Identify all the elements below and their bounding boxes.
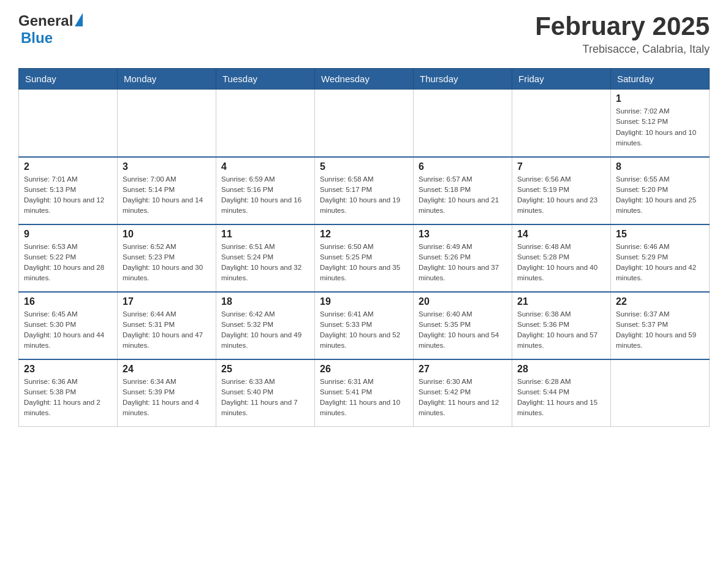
day-number: 21 [517, 296, 605, 307]
day-info: Sunrise: 6:34 AM Sunset: 5:39 PM Dayligh… [123, 377, 211, 419]
day-number: 7 [517, 161, 605, 172]
logo-general-text: General [18, 12, 73, 29]
day-info: Sunrise: 6:55 AM Sunset: 5:20 PM Dayligh… [616, 174, 704, 216]
day-info: Sunrise: 6:46 AM Sunset: 5:29 PM Dayligh… [616, 242, 704, 284]
calendar-cell: 16Sunrise: 6:45 AM Sunset: 5:30 PM Dayli… [19, 292, 118, 359]
calendar-cell [414, 90, 512, 157]
day-info: Sunrise: 6:53 AM Sunset: 5:22 PM Dayligh… [24, 242, 112, 284]
calendar-cell [512, 90, 611, 157]
calendar-cell: 9Sunrise: 6:53 AM Sunset: 5:22 PM Daylig… [19, 224, 118, 292]
calendar-cell: 22Sunrise: 6:37 AM Sunset: 5:37 PM Dayli… [611, 292, 710, 359]
day-number: 24 [123, 364, 211, 375]
calendar-cell: 6Sunrise: 6:57 AM Sunset: 5:18 PM Daylig… [414, 157, 512, 224]
calendar-cell: 4Sunrise: 6:59 AM Sunset: 5:16 PM Daylig… [216, 157, 315, 224]
calendar-cell: 20Sunrise: 6:40 AM Sunset: 5:35 PM Dayli… [414, 292, 512, 359]
calendar-cell: 2Sunrise: 7:01 AM Sunset: 5:13 PM Daylig… [19, 157, 118, 224]
day-info: Sunrise: 6:41 AM Sunset: 5:33 PM Dayligh… [320, 309, 408, 351]
calendar-subtitle: Trebisacce, Calabria, Italy [535, 43, 710, 56]
day-info: Sunrise: 6:48 AM Sunset: 5:28 PM Dayligh… [517, 242, 605, 284]
column-header-saturday: Saturday [611, 69, 710, 90]
calendar-week-row: 9Sunrise: 6:53 AM Sunset: 5:22 PM Daylig… [19, 224, 710, 292]
column-header-wednesday: Wednesday [315, 69, 414, 90]
day-number: 12 [320, 229, 408, 240]
day-info: Sunrise: 6:33 AM Sunset: 5:40 PM Dayligh… [221, 377, 309, 419]
page-header: General Blue February 2025 Trebisacce, C… [18, 12, 710, 56]
calendar-cell: 15Sunrise: 6:46 AM Sunset: 5:29 PM Dayli… [611, 224, 710, 292]
calendar-cell: 11Sunrise: 6:51 AM Sunset: 5:24 PM Dayli… [216, 224, 315, 292]
day-number: 6 [419, 161, 507, 172]
calendar-cell: 19Sunrise: 6:41 AM Sunset: 5:33 PM Dayli… [315, 292, 414, 359]
logo: General Blue [18, 12, 83, 47]
column-header-friday: Friday [512, 69, 611, 90]
calendar-cell: 23Sunrise: 6:36 AM Sunset: 5:38 PM Dayli… [19, 359, 118, 427]
calendar-title: February 2025 [535, 12, 710, 40]
day-number: 16 [24, 296, 112, 307]
calendar-cell: 12Sunrise: 6:50 AM Sunset: 5:25 PM Dayli… [315, 224, 414, 292]
day-number: 10 [123, 229, 211, 240]
calendar-week-row: 16Sunrise: 6:45 AM Sunset: 5:30 PM Dayli… [19, 292, 710, 359]
day-info: Sunrise: 6:28 AM Sunset: 5:44 PM Dayligh… [517, 377, 605, 419]
day-info: Sunrise: 6:38 AM Sunset: 5:36 PM Dayligh… [517, 309, 605, 351]
day-info: Sunrise: 6:30 AM Sunset: 5:42 PM Dayligh… [419, 377, 507, 419]
calendar-cell: 1Sunrise: 7:02 AM Sunset: 5:12 PM Daylig… [611, 90, 710, 157]
column-header-sunday: Sunday [19, 69, 118, 90]
day-number: 17 [123, 296, 211, 307]
day-number: 22 [616, 296, 704, 307]
day-info: Sunrise: 7:02 AM Sunset: 5:12 PM Dayligh… [616, 106, 704, 148]
calendar-week-row: 23Sunrise: 6:36 AM Sunset: 5:38 PM Dayli… [19, 359, 710, 427]
column-header-monday: Monday [118, 69, 216, 90]
column-header-tuesday: Tuesday [216, 69, 315, 90]
calendar-cell: 25Sunrise: 6:33 AM Sunset: 5:40 PM Dayli… [216, 359, 315, 427]
day-number: 14 [517, 229, 605, 240]
day-number: 15 [616, 229, 704, 240]
day-number: 5 [320, 161, 408, 172]
day-info: Sunrise: 6:31 AM Sunset: 5:41 PM Dayligh… [320, 377, 408, 419]
calendar-cell [216, 90, 315, 157]
calendar-header-row: SundayMondayTuesdayWednesdayThursdayFrid… [19, 69, 710, 90]
day-number: 1 [616, 93, 704, 104]
calendar-cell: 5Sunrise: 6:58 AM Sunset: 5:17 PM Daylig… [315, 157, 414, 224]
day-number: 3 [123, 161, 211, 172]
day-number: 9 [24, 229, 112, 240]
day-info: Sunrise: 6:42 AM Sunset: 5:32 PM Dayligh… [221, 309, 309, 351]
day-number: 19 [320, 296, 408, 307]
day-info: Sunrise: 7:01 AM Sunset: 5:13 PM Dayligh… [24, 174, 112, 216]
calendar-cell [611, 359, 710, 427]
calendar-cell: 24Sunrise: 6:34 AM Sunset: 5:39 PM Dayli… [118, 359, 216, 427]
logo-blue-text: Blue [21, 29, 53, 46]
calendar-cell [19, 90, 118, 157]
day-info: Sunrise: 6:50 AM Sunset: 5:25 PM Dayligh… [320, 242, 408, 284]
calendar-cell: 17Sunrise: 6:44 AM Sunset: 5:31 PM Dayli… [118, 292, 216, 359]
day-number: 8 [616, 161, 704, 172]
column-header-thursday: Thursday [414, 69, 512, 90]
logo-arrow-icon [75, 13, 83, 26]
calendar-cell: 10Sunrise: 6:52 AM Sunset: 5:23 PM Dayli… [118, 224, 216, 292]
calendar-table: SundayMondayTuesdayWednesdayThursdayFrid… [18, 68, 710, 427]
day-info: Sunrise: 6:56 AM Sunset: 5:19 PM Dayligh… [517, 174, 605, 216]
day-info: Sunrise: 6:40 AM Sunset: 5:35 PM Dayligh… [419, 309, 507, 351]
calendar-cell: 13Sunrise: 6:49 AM Sunset: 5:26 PM Dayli… [414, 224, 512, 292]
calendar-cell: 8Sunrise: 6:55 AM Sunset: 5:20 PM Daylig… [611, 157, 710, 224]
day-number: 20 [419, 296, 507, 307]
calendar-cell: 27Sunrise: 6:30 AM Sunset: 5:42 PM Dayli… [414, 359, 512, 427]
calendar-week-row: 1Sunrise: 7:02 AM Sunset: 5:12 PM Daylig… [19, 90, 710, 157]
day-number: 25 [221, 364, 309, 375]
day-number: 23 [24, 364, 112, 375]
day-number: 11 [221, 229, 309, 240]
calendar-cell: 28Sunrise: 6:28 AM Sunset: 5:44 PM Dayli… [512, 359, 611, 427]
day-info: Sunrise: 6:45 AM Sunset: 5:30 PM Dayligh… [24, 309, 112, 351]
title-section: February 2025 Trebisacce, Calabria, Ital… [535, 12, 710, 56]
calendar-cell: 7Sunrise: 6:56 AM Sunset: 5:19 PM Daylig… [512, 157, 611, 224]
day-number: 26 [320, 364, 408, 375]
day-info: Sunrise: 6:44 AM Sunset: 5:31 PM Dayligh… [123, 309, 211, 351]
day-info: Sunrise: 6:57 AM Sunset: 5:18 PM Dayligh… [419, 174, 507, 216]
day-number: 4 [221, 161, 309, 172]
day-number: 27 [419, 364, 507, 375]
day-info: Sunrise: 6:37 AM Sunset: 5:37 PM Dayligh… [616, 309, 704, 351]
day-info: Sunrise: 6:51 AM Sunset: 5:24 PM Dayligh… [221, 242, 309, 284]
day-number: 18 [221, 296, 309, 307]
calendar-cell [315, 90, 414, 157]
day-info: Sunrise: 6:58 AM Sunset: 5:17 PM Dayligh… [320, 174, 408, 216]
day-number: 2 [24, 161, 112, 172]
day-info: Sunrise: 7:00 AM Sunset: 5:14 PM Dayligh… [123, 174, 211, 216]
